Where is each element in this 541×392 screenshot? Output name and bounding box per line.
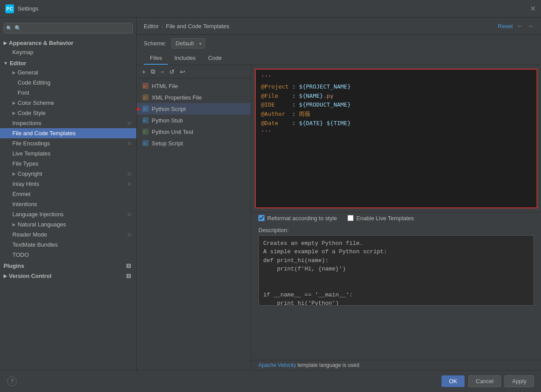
- sidebar-item-label: Color Scheme: [18, 100, 131, 106]
- version-control-badge: ⊟: [126, 273, 131, 279]
- help-button[interactable]: ?: [7, 377, 17, 386]
- sidebar-item-label: Editor: [10, 60, 26, 67]
- tabs-row: Files Includes Code: [137, 52, 541, 65]
- tab-code[interactable]: Code: [202, 52, 228, 65]
- template-item-html[interactable]: H HTML File: [137, 80, 251, 92]
- expand-arrow-code-style: ▶: [12, 111, 16, 115]
- template-item-label: Python Unit Test: [152, 129, 193, 135]
- inlay-hints-badge: ⊟: [127, 181, 131, 186]
- sidebar-item-version-control[interactable]: ▶ Version Control ⊟: [0, 270, 136, 280]
- sidebar-item-color-scheme[interactable]: ▶ Color Scheme: [0, 98, 136, 108]
- sidebar-item-label: Reader Mode: [12, 231, 127, 238]
- svg-text:P: P: [143, 130, 146, 134]
- sidebar-item-emmet[interactable]: Emmet: [0, 189, 136, 199]
- sidebar-item-label: Intentions: [12, 201, 131, 207]
- search-box[interactable]: 🔍: [4, 23, 133, 33]
- reformat-checkbox[interactable]: [258, 215, 265, 221]
- ok-button[interactable]: OK: [441, 375, 465, 387]
- sidebar-item-label: Plugins: [4, 263, 24, 269]
- search-icon: 🔍: [6, 26, 12, 31]
- scheme-row: Scheme: Default Project: [137, 35, 541, 52]
- sidebar-item-font[interactable]: Font: [0, 88, 136, 98]
- add-template-button[interactable]: +: [140, 67, 147, 76]
- language-injections-badge: ⊟: [127, 212, 131, 217]
- sidebar-item-general[interactable]: ▶ General: [0, 67, 136, 78]
- template-item-setup-script[interactable]: S Setup Script: [137, 137, 251, 149]
- sidebar-item-natural-languages[interactable]: ▶ Natural Languages: [0, 219, 136, 229]
- sidebar-item-todo[interactable]: TODO: [0, 250, 136, 260]
- reader-mode-badge: ⊟: [127, 232, 131, 237]
- sidebar-item-keymap[interactable]: Keymap: [0, 47, 136, 57]
- reset-button[interactable]: Reset: [498, 23, 513, 30]
- sidebar-item-reader-mode[interactable]: Reader Mode ⊟: [0, 229, 136, 240]
- sidebar-item-textmate-bundles[interactable]: TextMate Bundles: [0, 240, 136, 250]
- svg-text:P: P: [143, 119, 146, 123]
- sidebar-item-code-editing[interactable]: Code Editing: [0, 78, 136, 88]
- sidebar-item-label: Emmet: [12, 191, 131, 197]
- close-button[interactable]: ✕: [530, 4, 536, 13]
- sidebar-item-label: Live Templates: [12, 150, 131, 157]
- live-templates-option[interactable]: Enable Live Templates: [347, 215, 414, 222]
- apply-button[interactable]: Apply: [504, 375, 534, 387]
- sidebar-item-appearance[interactable]: ▶ Appearance & Behavior: [0, 37, 136, 47]
- sidebar-item-inspections[interactable]: Inspections ⊟: [0, 118, 136, 128]
- plugins-badge: ⊟: [126, 263, 131, 269]
- apache-velocity-link[interactable]: Apache Velocity: [258, 362, 296, 368]
- reformat-option[interactable]: Reformat according to style: [258, 215, 337, 222]
- sidebar-item-file-encodings[interactable]: File Encodings ⊟: [0, 138, 136, 148]
- scheme-label: Scheme:: [144, 40, 166, 47]
- template-item-python-script[interactable]: ➤ P Python Script: [137, 103, 251, 115]
- sidebar-item-label: Language Injections: [12, 211, 127, 218]
- inner-layout: + ⧉ − ↺ ↩ H HTML File: [137, 65, 541, 370]
- cancel-button[interactable]: Cancel: [468, 375, 501, 387]
- python-stub-icon: P: [142, 117, 149, 124]
- remove-template-button[interactable]: −: [159, 67, 166, 76]
- description-box[interactable]: Creates an empty Python file. A simple e…: [258, 235, 534, 306]
- python-icon: P: [142, 105, 149, 112]
- setup-script-icon: S: [142, 140, 149, 147]
- sidebar-item-code-style[interactable]: ▶ Code Style: [0, 108, 136, 118]
- expand-arrow-editor: ▼: [4, 61, 8, 66]
- sidebar-item-file-and-code-templates[interactable]: File and Code Templates: [0, 128, 136, 138]
- sidebar-item-inlay-hints[interactable]: Inlay Hints ⊟: [0, 179, 136, 189]
- breadcrumb-parent: Editor: [144, 23, 159, 30]
- sidebar-item-label: Natural Languages: [18, 221, 131, 228]
- sidebar-item-label: File and Code Templates: [12, 130, 131, 137]
- reset-template-button[interactable]: ↺: [168, 67, 176, 76]
- file-encodings-badge: ⊟: [127, 141, 131, 146]
- sidebar-item-copyright[interactable]: ▶ Copyright ⊟: [0, 169, 136, 179]
- sidebar-item-label: TextMate Bundles: [12, 241, 131, 248]
- search-input[interactable]: [4, 23, 133, 33]
- description-label: Description:: [258, 227, 534, 233]
- sidebar-item-file-types[interactable]: File Types: [0, 159, 136, 169]
- breadcrumb-current: File and Code Templates: [166, 23, 229, 30]
- back-button[interactable]: ←: [516, 22, 523, 30]
- template-item-python-stub[interactable]: P Python Stub: [137, 115, 251, 126]
- svg-text:H: H: [143, 85, 146, 89]
- content-area: Editor › File and Code Templates Reset ←…: [137, 18, 541, 370]
- undo-template-button[interactable]: ↩: [178, 67, 187, 76]
- expand-arrow-color-scheme: ▶: [12, 100, 16, 105]
- template-item-python-unit-test[interactable]: P Python Unit Test: [137, 126, 251, 137]
- title-bar: PC Settings ✕: [0, 0, 541, 18]
- code-editor[interactable]: ''' @Project : ${PROJECT_NAME} @File : $…: [255, 69, 537, 208]
- scheme-select-wrap[interactable]: Default Project: [172, 38, 205, 48]
- sidebar-item-label: Inspections: [12, 120, 127, 126]
- sidebar-item-intentions[interactable]: Intentions: [0, 199, 136, 209]
- template-item-xml[interactable]: X XML Properties File: [137, 92, 251, 103]
- sidebar-item-editor[interactable]: ▼ Editor: [0, 57, 136, 67]
- tab-files[interactable]: Files: [144, 52, 168, 65]
- live-templates-checkbox[interactable]: [347, 215, 354, 221]
- sidebar-item-language-injections[interactable]: Language Injections ⊟: [0, 209, 136, 219]
- bottom-bar: ? OK Cancel Apply: [0, 370, 541, 392]
- app-icon: PC: [5, 4, 14, 13]
- sidebar-item-live-templates[interactable]: Live Templates: [0, 148, 136, 159]
- forward-button[interactable]: →: [527, 22, 534, 30]
- sidebar-item-plugins[interactable]: Plugins ⊟: [0, 260, 136, 270]
- xml-icon: X: [142, 94, 149, 101]
- sidebar-item-label: Version Control: [9, 273, 52, 279]
- tab-includes[interactable]: Includes: [168, 52, 201, 65]
- copy-template-button[interactable]: ⧉: [149, 67, 157, 76]
- scheme-select[interactable]: Default Project: [172, 38, 205, 48]
- sidebar-item-label: Font: [18, 89, 131, 96]
